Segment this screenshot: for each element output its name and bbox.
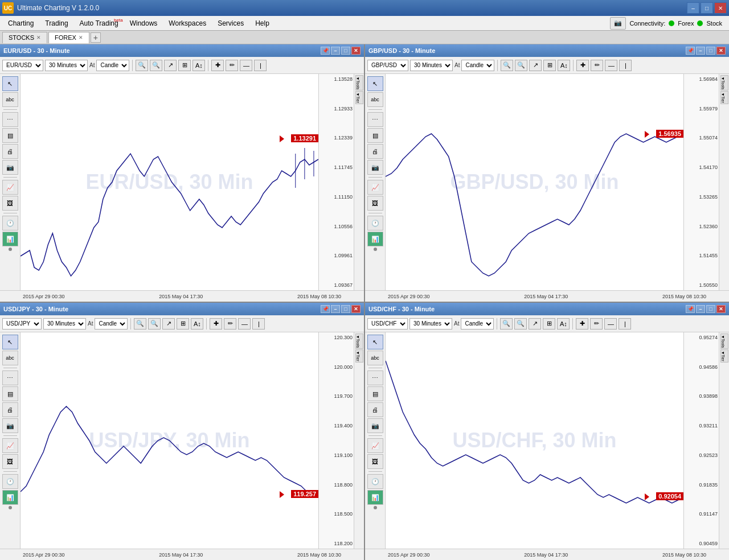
minimize-button[interactable]: – — [687, 2, 699, 14]
usdchf-pen[interactable]: ✏ — [590, 318, 603, 330]
usdjpy-charttype-select[interactable]: Candle — [95, 318, 128, 330]
gbpusd-fit[interactable]: ⊞ — [543, 60, 556, 71]
gbpusd-tool-t6[interactable]: 🖼 — [367, 196, 383, 211]
usdjpy-rtools-tools[interactable]: ◄Tools — [355, 333, 363, 349]
usdjpy-vline[interactable]: | — [252, 318, 265, 330]
usdjpy-fit[interactable]: ⊞ — [177, 318, 189, 330]
tab-stocks-close[interactable]: ✕ — [36, 35, 41, 40]
eurusd-crosshair[interactable]: ✚ — [211, 60, 224, 71]
eurusd-tool-t6[interactable]: 🖼 — [2, 196, 18, 211]
chart-usdjpy-close[interactable]: ✕ — [351, 305, 361, 313]
add-tab-button[interactable]: + — [91, 32, 101, 43]
usdjpy-crosshair[interactable]: ✚ — [210, 318, 222, 330]
usdchf-select[interactable]: ↗ — [529, 318, 541, 330]
usdchf-zoom-in[interactable]: 🔍 — [500, 318, 513, 330]
usdchf-crosshair[interactable]: ✚ — [576, 318, 588, 330]
usdchf-symbol-select[interactable]: USD/CHF — [367, 318, 408, 330]
eurusd-tool-t1[interactable]: ⋯ — [2, 112, 18, 127]
chart-gbpusd-minimize[interactable]: – — [696, 47, 705, 55]
close-button[interactable]: ✕ — [714, 2, 727, 14]
usdchf-tool-t6[interactable]: 🖼 — [367, 454, 383, 469]
menu-help[interactable]: Help — [249, 18, 275, 29]
usdjpy-tool-t5[interactable]: 📈 — [2, 438, 18, 453]
chart-usdchf-minimize[interactable]: – — [696, 305, 705, 313]
chart-eurusd-pin[interactable]: 📌 — [321, 47, 330, 55]
menu-services[interactable]: Services — [212, 18, 249, 29]
gbpusd-scale[interactable]: A↕ — [558, 60, 570, 71]
eurusd-timeframe-select[interactable]: 30 Minutes — [45, 60, 88, 71]
usdjpy-select[interactable]: ↗ — [162, 318, 175, 330]
eurusd-rtools-tier[interactable]: ◄Tier — [355, 91, 363, 104]
usdjpy-tool-t2[interactable]: ▤ — [2, 386, 18, 401]
usdjpy-hline[interactable]: — — [238, 318, 251, 330]
usdchf-charttype-select[interactable]: Candle — [461, 318, 494, 330]
usdjpy-rtools-tier[interactable]: ◄Tier — [355, 349, 363, 363]
eurusd-select[interactable]: ↗ — [164, 60, 177, 71]
chart-eurusd-maximize[interactable]: □ — [341, 47, 350, 55]
gbpusd-charttype-select[interactable]: Candle — [461, 60, 494, 71]
eurusd-tool-t7[interactable]: 🕐 — [2, 216, 18, 230]
gbpusd-tool-t1[interactable]: ⋯ — [367, 112, 383, 127]
chart-eurusd-minimize[interactable]: – — [331, 47, 340, 55]
menu-windows[interactable]: Windows — [124, 18, 163, 29]
eurusd-zoom-out[interactable]: 🔍 — [150, 60, 162, 71]
usdchf-rtools-tier[interactable]: ◄Tier — [720, 349, 728, 363]
tab-forex[interactable]: FOREX ✕ — [48, 32, 89, 43]
eurusd-tool-t4[interactable]: 📷 — [2, 160, 18, 175]
tab-forex-close[interactable]: ✕ — [79, 35, 83, 40]
usdchf-tool-t7[interactable]: 🕐 — [367, 474, 383, 489]
usdchf-hline[interactable]: — — [604, 318, 617, 330]
gbpusd-zoom-out[interactable]: 🔍 — [515, 60, 527, 71]
usdjpy-pen[interactable]: ✏ — [224, 318, 236, 330]
chart-usdjpy-maximize[interactable]: □ — [341, 305, 350, 313]
gbpusd-symbol-select[interactable]: GBP/USD — [367, 60, 408, 71]
eurusd-tool-text[interactable]: abc — [2, 92, 18, 107]
usdchf-zoom-out[interactable]: 🔍 — [514, 318, 527, 330]
gbpusd-timeframe-select[interactable]: 30 Minutes — [410, 60, 453, 71]
gbpusd-tool-text[interactable]: abc — [367, 92, 383, 107]
usdchf-tool-t3[interactable]: 🖨 — [367, 402, 383, 417]
gbpusd-tool-t3[interactable]: 🖨 — [367, 144, 383, 159]
usdjpy-zoom-in[interactable]: 🔍 — [134, 318, 146, 330]
chart-eurusd-close[interactable]: ✕ — [351, 47, 361, 55]
usdchf-vline[interactable]: | — [619, 318, 631, 330]
gbpusd-select[interactable]: ↗ — [529, 60, 542, 71]
eurusd-charttype-select[interactable]: Candle — [96, 60, 129, 71]
gbpusd-rtools-tools[interactable]: ◄Tools — [720, 75, 728, 90]
chart-usdchf-close[interactable]: ✕ — [716, 305, 726, 313]
chart-gbpusd-close[interactable]: ✕ — [716, 47, 726, 55]
gbpusd-vline[interactable]: | — [619, 60, 632, 71]
usdchf-fit[interactable]: ⊞ — [543, 318, 555, 330]
gbpusd-tool-t5[interactable]: 📈 — [367, 180, 383, 195]
gbpusd-tool-arrow[interactable]: ↖ — [367, 76, 383, 91]
usdjpy-tool-text[interactable]: abc — [2, 351, 18, 365]
gbpusd-zoom-in[interactable]: 🔍 — [501, 60, 513, 71]
eurusd-zoom-in[interactable]: 🔍 — [136, 60, 148, 71]
maximize-button[interactable]: □ — [701, 2, 713, 14]
usdjpy-tool-t7[interactable]: 🕐 — [2, 474, 18, 489]
gbpusd-crosshair[interactable]: ✚ — [576, 60, 589, 71]
usdchf-tool-t4[interactable]: 📷 — [367, 418, 383, 433]
usdjpy-scale[interactable]: A↕ — [191, 318, 203, 330]
eurusd-hline[interactable]: — — [240, 60, 252, 71]
usdjpy-tool-arrow[interactable]: ↖ — [2, 335, 18, 349]
eurusd-pen[interactable]: ✏ — [226, 60, 238, 71]
eurusd-vline[interactable]: | — [254, 60, 267, 71]
gbpusd-pen[interactable]: ✏ — [591, 60, 603, 71]
usdjpy-tool-t6[interactable]: 🖼 — [2, 454, 18, 469]
menu-auto-trading[interactable]: Auto Trading — [74, 18, 124, 29]
usdjpy-timeframe-select[interactable]: 30 Minutes — [43, 318, 86, 330]
eurusd-scale[interactable]: A↕ — [193, 60, 205, 71]
chart-usdjpy-canvas[interactable]: USD/JPY, 30 Min 119.257 — [21, 332, 318, 549]
usdchf-tool-arrow[interactable]: ↖ — [367, 335, 383, 349]
usdchf-scale[interactable]: A↕ — [557, 318, 570, 330]
eurusd-symbol-select[interactable]: EUR/USD — [2, 60, 43, 71]
chart-eurusd-canvas[interactable]: EUR/USD, 30 Min 1.13291 — [21, 74, 318, 290]
usdchf-tool-text[interactable]: abc — [367, 351, 383, 365]
usdchf-timeframe-select[interactable]: 30 Minutes — [409, 318, 452, 330]
chart-gbpusd-maximize[interactable]: □ — [706, 47, 715, 55]
menu-trading[interactable]: Trading — [39, 18, 73, 29]
screenshot-icon[interactable]: 📷 — [610, 17, 626, 30]
eurusd-tool-t5[interactable]: 📈 — [2, 180, 18, 195]
gbpusd-tool-t2[interactable]: ▤ — [367, 128, 383, 143]
